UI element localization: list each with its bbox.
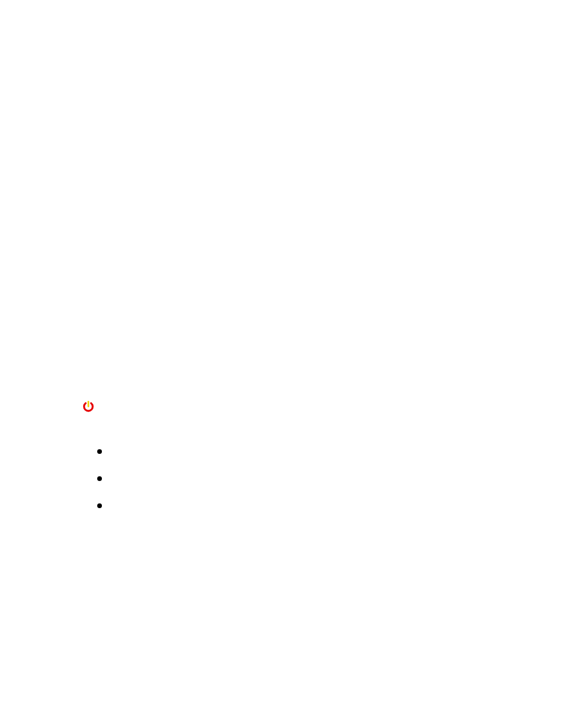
list-item — [97, 449, 102, 454]
list-item — [97, 503, 102, 508]
power-icon — [82, 400, 95, 413]
list-item — [97, 476, 102, 481]
svg-rect-0 — [88, 401, 90, 407]
bullet-list — [97, 449, 102, 508]
